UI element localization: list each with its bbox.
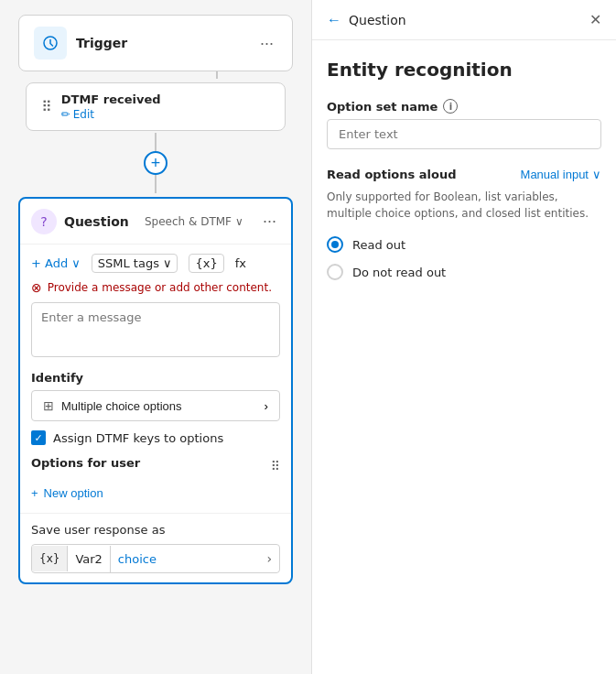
toolbar: + Add ∨ SSML tags ∨ {x} fx bbox=[31, 254, 280, 273]
assign-dtmf-label: Assign DTMF keys to options bbox=[53, 431, 223, 445]
save-chevron-icon: › bbox=[259, 545, 279, 572]
dtmf-icon: ⠿ bbox=[41, 98, 52, 115]
error-icon: ⊗ bbox=[31, 280, 42, 295]
save-var-name: Var2 bbox=[68, 546, 110, 572]
question-body: + Add ∨ SSML tags ∨ {x} fx ⊗ Provide a m… bbox=[20, 245, 291, 513]
option-set-info-icon[interactable]: i bbox=[443, 99, 458, 114]
right-panel-body: Entity recognition Option set name i Rea… bbox=[312, 40, 616, 674]
trigger-icon bbox=[34, 27, 67, 60]
do-not-read-label: Do not read out bbox=[352, 266, 446, 279]
fx-button[interactable]: fx bbox=[235, 256, 246, 270]
back-button[interactable]: ← bbox=[327, 12, 341, 28]
chevron-down-small-icon: ∨ bbox=[71, 256, 81, 270]
options-dots-icon[interactable]: ⠿ bbox=[271, 459, 280, 473]
speech-dtmf-badge[interactable]: Speech & DTMF ∨ bbox=[145, 215, 243, 228]
new-option-button[interactable]: + New option bbox=[31, 483, 103, 504]
left-panel: Trigger ··· ⠿ DTMF received ✏Edit + ? Qu bbox=[0, 0, 311, 674]
add-toolbar-button[interactable]: + Add ∨ bbox=[31, 256, 81, 270]
trigger-dots-button[interactable]: ··· bbox=[256, 30, 277, 57]
question-dots-button[interactable]: ··· bbox=[259, 208, 280, 234]
options-header: Options for user ⠿ bbox=[31, 456, 280, 475]
entity-recognition-title: Entity recognition bbox=[327, 59, 601, 81]
ssml-tags-button[interactable]: SSML tags ∨ bbox=[92, 254, 178, 273]
question-card: ? Question Speech & DTMF ∨ ··· + Add ∨ S… bbox=[18, 197, 293, 584]
save-section: Save user response as {x} Var2 choice › bbox=[20, 513, 291, 582]
add-connector-button[interactable]: + bbox=[144, 151, 168, 175]
options-for-user-label: Options for user bbox=[31, 456, 140, 470]
identify-button[interactable]: ⊞ Multiple choice options › bbox=[31, 390, 280, 421]
do-not-read-radio-circle[interactable] bbox=[327, 264, 343, 280]
do-not-read-radio[interactable]: Do not read out bbox=[327, 264, 601, 280]
chevron-down-icon: ∨ bbox=[235, 215, 243, 228]
message-input[interactable] bbox=[31, 302, 280, 357]
assign-dtmf-checkbox[interactable]: ✓ bbox=[31, 430, 46, 445]
read-options-label: Read options aloud bbox=[327, 168, 457, 181]
connector: + bbox=[144, 133, 168, 193]
save-var-tag: {x} bbox=[32, 546, 68, 571]
dtmf-title: DTMF received bbox=[61, 92, 161, 106]
error-message: ⊗ Provide a message or add other content… bbox=[31, 280, 280, 295]
edit-pencil-icon: ✏ bbox=[61, 108, 70, 121]
read-out-radio[interactable]: Read out bbox=[327, 236, 601, 253]
help-text: Only supported for Boolean, list variabl… bbox=[327, 189, 601, 222]
question-title: Question bbox=[64, 214, 129, 229]
dtmf-edit-link[interactable]: ✏Edit bbox=[61, 108, 94, 121]
radio-group: Read out Do not read out bbox=[327, 236, 601, 280]
inner-connector-line bbox=[216, 71, 218, 79]
save-choice-value: choice bbox=[111, 546, 260, 572]
option-set-input[interactable] bbox=[327, 119, 601, 149]
read-out-radio-circle[interactable] bbox=[327, 236, 343, 253]
plus-icon: + bbox=[31, 486, 38, 500]
close-button[interactable]: ✕ bbox=[589, 11, 601, 28]
right-panel-title: Question bbox=[349, 13, 406, 27]
grid-icon: ⊞ bbox=[43, 398, 54, 413]
radio-inner-dot bbox=[331, 241, 339, 248]
trigger-block: Trigger ··· bbox=[18, 15, 293, 71]
read-out-label: Read out bbox=[352, 238, 405, 252]
identify-chevron-icon: › bbox=[265, 399, 268, 413]
trigger-title: Trigger bbox=[76, 36, 127, 50]
dtmf-block: ⠿ DTMF received ✏Edit bbox=[26, 82, 286, 131]
option-set-field-label: Option set name i bbox=[327, 99, 601, 114]
read-options-row: Read options aloud Manual input ∨ bbox=[327, 168, 601, 181]
connector-line-bottom bbox=[155, 175, 157, 193]
save-response-label: Save user response as bbox=[31, 523, 280, 537]
save-response-row[interactable]: {x} Var2 choice › bbox=[31, 544, 280, 573]
variable-button[interactable]: {x} bbox=[189, 254, 223, 273]
ssml-chevron-icon: ∨ bbox=[163, 256, 172, 270]
connector-line-top bbox=[155, 133, 157, 151]
assign-dtmf-checkbox-row[interactable]: ✓ Assign DTMF keys to options bbox=[31, 430, 280, 445]
manual-input-button[interactable]: Manual input ∨ bbox=[521, 168, 601, 181]
manual-input-chevron-icon: ∨ bbox=[592, 168, 601, 181]
right-panel: ← Question ✕ Entity recognition Option s… bbox=[311, 0, 616, 674]
question-icon: ? bbox=[31, 209, 57, 234]
question-header: ? Question Speech & DTMF ∨ ··· bbox=[20, 199, 291, 245]
identify-label: Identify bbox=[31, 371, 280, 385]
right-panel-header: ← Question ✕ bbox=[312, 0, 616, 40]
